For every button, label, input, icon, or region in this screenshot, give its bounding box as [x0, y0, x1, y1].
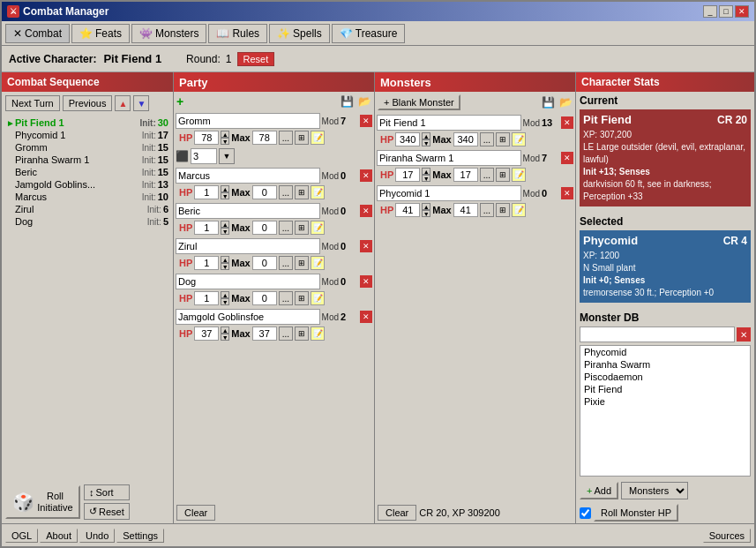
notes-button[interactable]: 📝: [512, 168, 526, 182]
max-hp-input[interactable]: [252, 131, 277, 145]
hp-decrement-button[interactable]: ▼: [221, 138, 229, 145]
hp-decrement-button[interactable]: ▼: [221, 334, 229, 341]
hp-increment-button[interactable]: ▲: [221, 291, 229, 298]
sources-button[interactable]: Sources: [703, 529, 751, 543]
grid-button[interactable]: ⊞: [496, 168, 510, 182]
reset-small-button[interactable]: ↺ Reset: [84, 503, 130, 520]
close-button[interactable]: ✕: [735, 5, 749, 18]
tab-spells[interactable]: ✨ Spells: [269, 24, 330, 43]
monster-db-search-input[interactable]: [580, 327, 735, 342]
list-item[interactable]: Pit Fiend: [580, 383, 750, 395]
more-options-button[interactable]: ...: [279, 256, 293, 270]
sort-button[interactable]: ↕ Sort: [84, 484, 130, 500]
hp-decrement-button[interactable]: ▼: [221, 263, 229, 270]
combat-item[interactable]: Piranha Swarm 1 Init: 15: [4, 154, 171, 166]
notes-button[interactable]: 📝: [311, 185, 325, 199]
hp-increment-button[interactable]: ▲: [422, 132, 430, 139]
move-up-button[interactable]: ▲: [115, 95, 131, 111]
round-reset-button[interactable]: Reset: [237, 52, 275, 66]
hp-input[interactable]: [395, 203, 420, 217]
delete-member-button[interactable]: ✕: [360, 311, 372, 323]
notes-button[interactable]: 📝: [311, 256, 325, 270]
tab-monsters[interactable]: 👾 Monsters: [131, 24, 206, 43]
delete-member-button[interactable]: ✕: [360, 115, 372, 127]
roll-monster-hp-checkbox[interactable]: [580, 507, 591, 519]
max-hp-input[interactable]: [252, 221, 277, 235]
grid-button[interactable]: ⊞: [295, 291, 309, 305]
notes-button[interactable]: 📝: [311, 291, 325, 305]
hp-increment-button[interactable]: ▲: [221, 221, 229, 228]
hp-input[interactable]: [395, 132, 420, 146]
delete-monster-button[interactable]: ✕: [561, 152, 573, 164]
delete-member-button[interactable]: ✕: [360, 169, 372, 182]
hp-increment-button[interactable]: ▲: [221, 256, 229, 263]
party-member-name-input[interactable]: [176, 238, 320, 254]
max-hp-input[interactable]: [252, 185, 277, 199]
hp-input[interactable]: [194, 327, 219, 341]
initiative-dropdown[interactable]: ▼: [219, 148, 235, 164]
minimize-button[interactable]: _: [703, 5, 717, 18]
grid-button[interactable]: ⊞: [295, 221, 309, 235]
max-hp-input[interactable]: [252, 291, 277, 305]
hp-input[interactable]: [194, 131, 219, 145]
list-item[interactable]: Phycomid: [580, 346, 750, 358]
hp-increment-button[interactable]: ▲: [422, 203, 430, 210]
hp-decrement-button[interactable]: ▼: [422, 175, 430, 182]
notes-button[interactable]: 📝: [311, 221, 325, 235]
party-clear-button[interactable]: Clear: [176, 505, 215, 521]
combat-item[interactable]: Jamgold Goblins... Init: 13: [4, 178, 171, 191]
max-hp-input[interactable]: [453, 203, 478, 217]
tab-treasure[interactable]: 💎 Treasure: [332, 24, 406, 43]
combat-item[interactable]: Zirul Init: 6: [4, 203, 171, 215]
more-options-button[interactable]: ...: [279, 291, 293, 305]
combat-item[interactable]: Dog Init: 5: [4, 215, 171, 228]
monster-name-input[interactable]: [377, 185, 521, 201]
more-options-button[interactable]: ...: [480, 132, 494, 146]
notes-button[interactable]: 📝: [512, 132, 526, 146]
load-party-button[interactable]: 📂: [358, 95, 371, 108]
delete-member-button[interactable]: ✕: [360, 205, 372, 217]
initiative-input[interactable]: [191, 148, 217, 164]
grid-button[interactable]: ⊞: [496, 132, 510, 146]
hp-input[interactable]: [194, 256, 219, 270]
selected-monster-card[interactable]: Phycomid CR 4 XP: 1200 N Small plant Ini…: [580, 230, 751, 303]
monster-name-input[interactable]: [377, 150, 521, 166]
grid-button[interactable]: ⊞: [295, 131, 309, 145]
notes-button[interactable]: 📝: [311, 327, 325, 341]
max-hp-input[interactable]: [252, 256, 277, 270]
more-options-button[interactable]: ...: [480, 168, 494, 182]
about-button[interactable]: About: [40, 529, 78, 543]
move-down-button[interactable]: ▼: [133, 95, 149, 111]
grid-button[interactable]: ⊞: [496, 203, 510, 217]
max-hp-input[interactable]: [252, 327, 277, 341]
more-options-button[interactable]: ...: [480, 203, 494, 217]
delete-member-button[interactable]: ✕: [360, 240, 372, 252]
hp-input[interactable]: [395, 168, 420, 182]
party-member-name-input[interactable]: [176, 274, 320, 289]
undo-button[interactable]: Undo: [79, 529, 115, 543]
more-options-button[interactable]: ...: [279, 221, 293, 235]
monsters-type-dropdown[interactable]: Monsters: [621, 482, 688, 499]
notes-button[interactable]: 📝: [512, 203, 526, 217]
hp-decrement-button[interactable]: ▼: [422, 139, 430, 146]
hp-increment-button[interactable]: ▲: [221, 131, 229, 138]
notes-button[interactable]: 📝: [311, 131, 325, 145]
combat-item[interactable]: Beric Init: 15: [4, 166, 171, 178]
more-options-button[interactable]: ...: [279, 327, 293, 341]
list-item[interactable]: Pixie: [580, 395, 750, 408]
current-monster-card[interactable]: Pit Fiend CR 20 XP: 307,200 LE Large out…: [580, 109, 751, 206]
hp-input[interactable]: [194, 291, 219, 305]
add-monster-button[interactable]: + Add: [580, 482, 618, 499]
hp-decrement-button[interactable]: ▼: [221, 192, 229, 199]
grid-button[interactable]: ⊞: [295, 327, 309, 341]
tab-rules[interactable]: 📖 Rules: [208, 24, 267, 43]
more-options-button[interactable]: ...: [279, 185, 293, 199]
add-party-member-button[interactable]: +: [176, 94, 183, 109]
max-hp-input[interactable]: [453, 132, 478, 146]
grid-button[interactable]: ⊞: [295, 185, 309, 199]
maximize-button[interactable]: □: [719, 5, 733, 18]
delete-monster-button[interactable]: ✕: [561, 187, 573, 199]
monster-db-list[interactable]: Phycomid Piranha Swarm Piscodaemon Pit F…: [580, 345, 751, 477]
save-party-button[interactable]: 💾: [341, 95, 354, 108]
monster-name-input[interactable]: [377, 115, 521, 131]
